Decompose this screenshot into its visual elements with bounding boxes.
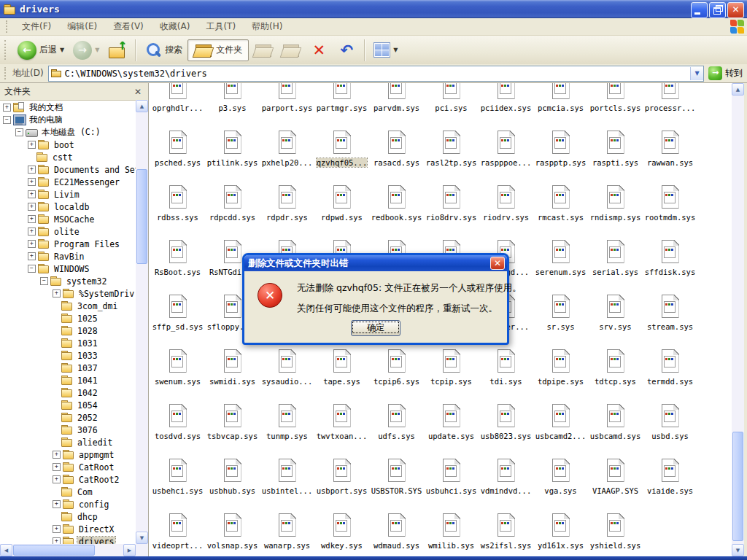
file-item-tdi.sys[interactable]: tdi.sys (479, 349, 533, 396)
file-item-viaide.sys[interactable]: viaide.sys (643, 459, 697, 505)
views-dropdown-icon[interactable]: ▼ (393, 47, 398, 53)
file-item-tcpip6.sys[interactable]: tcpip6.sys (369, 349, 424, 396)
file-item-pxhelp20...[interactable]: pxhelp20... (260, 131, 314, 177)
collapse-icon[interactable]: − (15, 128, 23, 136)
file-item-yd161x.sys[interactable]: yd161x.sys (533, 513, 588, 556)
file-item-pci.sys[interactable]: pci.sys (424, 83, 479, 122)
file-item-vga.sys[interactable]: vga.sys (533, 459, 588, 505)
expand-icon[interactable]: + (28, 203, 36, 211)
undo-button[interactable]: ↶ (333, 40, 360, 61)
address-input[interactable]: C:\WINDOWS\system32\drivers (65, 69, 690, 79)
expand-icon[interactable]: + (53, 525, 61, 533)
tree-item-olite[interactable]: +olite (0, 225, 136, 238)
file-item-wdkey.sys[interactable]: wdkey.sys (314, 513, 369, 556)
file-item-rdbss.sys[interactable]: rdbss.sys (150, 185, 205, 232)
file-item-usbd.sys[interactable]: usbd.sys (643, 404, 697, 451)
file-item-usbhub.sys[interactable]: usbhub.sys (205, 459, 260, 505)
tree-item-CatRoot2[interactable]: +CatRoot2 (0, 473, 136, 486)
file-item-stream.sys[interactable]: stream.sys (643, 295, 697, 341)
go-button[interactable]: → 转到 (708, 66, 743, 80)
file-item-volsnap.sys[interactable]: volsnap.sys (205, 513, 260, 556)
tree-item-Program Files[interactable]: +Program Files (0, 238, 136, 250)
collapse-icon[interactable]: − (3, 116, 11, 124)
file-item-riodrv.sys[interactable]: riodrv.sys (479, 185, 533, 232)
file-item-raspti.sys[interactable]: raspti.sys (588, 131, 643, 177)
expand-icon[interactable]: + (53, 451, 61, 459)
tree-item-appmgmt[interactable]: +appmgmt (0, 448, 136, 461)
scroll-down-icon[interactable]: ▼ (136, 532, 148, 544)
scroll-right-icon[interactable]: ▶ (123, 544, 136, 556)
tree-hscrollbar-thumb[interactable] (13, 545, 95, 556)
collapse-icon[interactable]: − (40, 277, 48, 285)
file-item-usbcamd.sys[interactable]: usbcamd.sys (588, 404, 643, 451)
file-item-raspppoe...[interactable]: raspppoe... (479, 131, 533, 177)
file-item-usbuhci.sys[interactable]: usbuhci.sys (424, 459, 479, 505)
file-item-rdpdr.sys[interactable]: rdpdr.sys (260, 185, 314, 232)
tree-item-3com_dmi[interactable]: 3com_dmi (0, 300, 136, 312)
menu-view[interactable]: 查看(V) (105, 19, 152, 34)
menu-favorites[interactable]: 收藏(A) (152, 19, 198, 34)
address-combo[interactable]: C:\WINDOWS\system32\drivers ▼ (48, 66, 704, 82)
file-item-redbook.sys[interactable]: redbook.sys (369, 185, 424, 232)
search-button[interactable]: 搜索 (141, 39, 186, 61)
file-item-swenum.sys[interactable]: swenum.sys (150, 349, 205, 396)
file-item-udfs.sys[interactable]: udfs.sys (369, 404, 424, 451)
file-item-usbport.sys[interactable]: usbport.sys (314, 459, 369, 505)
tree-item-CatRoot[interactable]: +CatRoot (0, 461, 136, 473)
file-item-usbehci.sys[interactable]: usbehci.sys (150, 459, 205, 505)
expand-icon[interactable]: + (28, 240, 36, 248)
file-item-ptilink.sys[interactable]: ptilink.sys (205, 131, 260, 177)
file-item-pcmcia.sys[interactable]: pcmcia.sys (533, 83, 588, 122)
file-item-rndismp.sys[interactable]: rndismp.sys (588, 185, 643, 232)
files-scrollbar-thumb[interactable] (732, 432, 743, 541)
file-item-srv.sys[interactable]: srv.sys (588, 295, 643, 341)
file-item-qzvhqf05...[interactable]: qzvhqf05... (314, 131, 369, 177)
file-item-vdmindvd...[interactable]: vdmindvd... (479, 459, 533, 505)
file-item-tcpip.sys[interactable]: tcpip.sys (424, 349, 479, 396)
file-item-VIAAGP.SYS[interactable]: VIAAGP.SYS (588, 459, 643, 505)
menu-help[interactable]: 帮助(H) (244, 19, 290, 34)
expand-icon[interactable]: + (3, 104, 11, 112)
expand-icon[interactable]: + (28, 252, 36, 260)
file-item-swmidi.sys[interactable]: swmidi.sys (205, 349, 260, 396)
forward-button[interactable]: → ▼ (69, 39, 103, 62)
tree-scrollbar-horizontal[interactable]: ◀ ▶ (0, 544, 136, 556)
file-item-RsBoot.sys[interactable]: RsBoot.sys (150, 240, 205, 287)
tree-item-Livim[interactable]: +Livim (0, 188, 136, 201)
file-item-tunmp.sys[interactable]: tunmp.sys (260, 404, 314, 451)
file-item-psched.sys[interactable]: psched.sys (150, 131, 205, 177)
tree-item-cstt[interactable]: cstt (0, 151, 136, 163)
file-item-update.sys[interactable]: update.sys (424, 404, 479, 451)
file-item-processr...[interactable]: processr... (643, 83, 697, 122)
file-item-wdmaud.sys[interactable]: wdmaud.sys (369, 513, 424, 556)
file-item-sr.sys[interactable]: sr.sys (533, 295, 588, 341)
file-item-usbintel...[interactable]: usbintel... (260, 459, 314, 505)
file-item-wmilib.sys[interactable]: wmilib.sys (424, 513, 479, 556)
tree-item-aliedit[interactable]: aliedit (0, 436, 136, 448)
file-item-rmcast.sys[interactable]: rmcast.sys (533, 185, 588, 232)
file-item-rasl2tp.sys[interactable]: rasl2tp.sys (424, 131, 479, 177)
file-item-oprghdlr...[interactable]: oprghdlr... (150, 83, 205, 122)
tree-item-RavBin[interactable]: +RavBin (0, 250, 136, 262)
file-item-usbcamd2...[interactable]: usbcamd2... (533, 404, 588, 451)
address-dropdown-button[interactable]: ▼ (690, 67, 703, 80)
expand-icon[interactable]: + (28, 166, 36, 174)
file-item-tdpipe.sys[interactable]: tdpipe.sys (533, 349, 588, 396)
file-item-tape.sys[interactable]: tape.sys (314, 349, 369, 396)
expand-icon[interactable]: + (53, 289, 61, 298)
tree-item-1031[interactable]: 1031 (0, 337, 136, 349)
tree-item-1025[interactable]: 1025 (0, 312, 136, 324)
tree-item-%SystemDriv[interactable]: +%SystemDriv (0, 287, 136, 300)
folders-panel-close-icon[interactable]: ✕ (132, 87, 144, 97)
file-item-tsbvcap.sys[interactable]: tsbvcap.sys (205, 404, 260, 451)
copy-to-button[interactable] (278, 40, 304, 61)
file-item-tdtcp.sys[interactable]: tdtcp.sys (588, 349, 643, 396)
up-button[interactable]: ↑ (104, 39, 131, 61)
move-to-button[interactable] (250, 40, 276, 61)
tree-item-MSOCache[interactable]: +MSOCache (0, 213, 136, 225)
expand-icon[interactable]: + (28, 215, 36, 223)
file-item-sffp_sd.sys[interactable]: sffp_sd.sys (150, 295, 205, 341)
file-item-tosdvd.sys[interactable]: tosdvd.sys (150, 404, 205, 451)
files-scroll-down-icon[interactable]: ▼ (732, 544, 744, 556)
tree-item-Documents and Set[interactable]: +Documents and Set (0, 163, 136, 176)
